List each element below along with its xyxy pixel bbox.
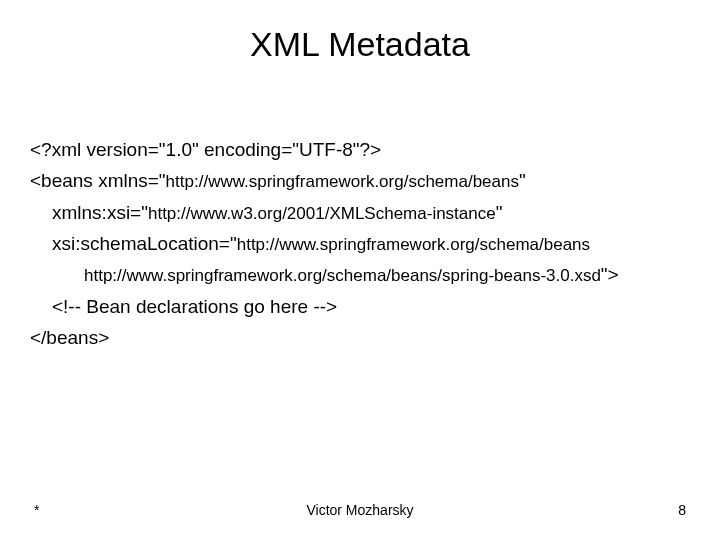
xml-code-block: <?xml version="1.0" encoding="UTF-8"?> <… xyxy=(30,134,690,353)
footer-left: * xyxy=(34,502,39,518)
code-line-5: http://www.springframework.org/schema/be… xyxy=(30,259,690,290)
code-line-7: </beans> xyxy=(30,322,690,353)
footer-author: Victor Mozharsky xyxy=(306,502,413,518)
slide: XML Metadata <?xml version="1.0" encodin… xyxy=(0,0,720,540)
code-line-6: <!-- Bean declarations go here --> xyxy=(30,291,690,322)
code-line-4: xsi:schemaLocation="http://www.springfra… xyxy=(30,228,690,259)
slide-footer: * Victor Mozharsky 8 xyxy=(0,502,720,518)
code-line-3: xmlns:xsi="http://www.w3.org/2001/XMLSch… xyxy=(30,197,690,228)
footer-page-number: 8 xyxy=(678,502,686,518)
code-line-1: <?xml version="1.0" encoding="UTF-8"?> xyxy=(30,134,690,165)
code-line-2: <beans xmlns="http://www.springframework… xyxy=(30,165,690,196)
slide-title: XML Metadata xyxy=(30,25,690,64)
